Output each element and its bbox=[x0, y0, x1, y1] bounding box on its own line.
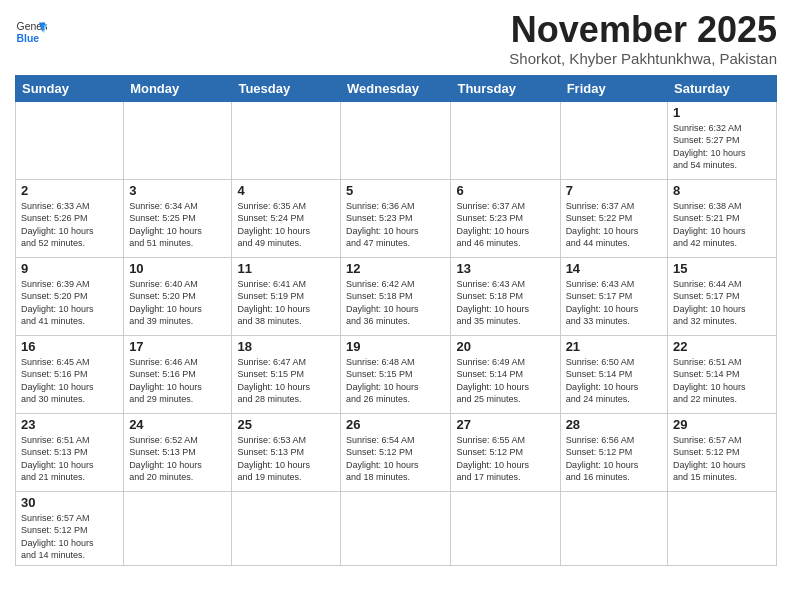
day-number: 27 bbox=[456, 417, 554, 432]
header: General Blue November 2025 Shorkot, Khyb… bbox=[15, 10, 777, 67]
day-info: Sunrise: 6:37 AM Sunset: 5:23 PM Dayligh… bbox=[456, 200, 554, 250]
day-info: Sunrise: 6:56 AM Sunset: 5:12 PM Dayligh… bbox=[566, 434, 662, 484]
day-number: 11 bbox=[237, 261, 335, 276]
calendar-week-row: 30Sunrise: 6:57 AM Sunset: 5:12 PM Dayli… bbox=[16, 491, 777, 565]
day-info: Sunrise: 6:54 AM Sunset: 5:12 PM Dayligh… bbox=[346, 434, 445, 484]
calendar-day-cell: 23Sunrise: 6:51 AM Sunset: 5:13 PM Dayli… bbox=[16, 413, 124, 491]
calendar-day-cell: 20Sunrise: 6:49 AM Sunset: 5:14 PM Dayli… bbox=[451, 335, 560, 413]
day-number: 13 bbox=[456, 261, 554, 276]
calendar-day-cell bbox=[341, 101, 451, 179]
day-number: 22 bbox=[673, 339, 771, 354]
calendar-week-row: 2Sunrise: 6:33 AM Sunset: 5:26 PM Daylig… bbox=[16, 179, 777, 257]
day-number: 14 bbox=[566, 261, 662, 276]
day-info: Sunrise: 6:51 AM Sunset: 5:13 PM Dayligh… bbox=[21, 434, 118, 484]
day-number: 20 bbox=[456, 339, 554, 354]
day-of-week-header: Friday bbox=[560, 75, 667, 101]
location-subtitle: Shorkot, Khyber Pakhtunkhwa, Pakistan bbox=[509, 50, 777, 67]
calendar-day-cell bbox=[560, 491, 667, 565]
day-of-week-header: Tuesday bbox=[232, 75, 341, 101]
calendar-day-cell bbox=[451, 101, 560, 179]
day-number: 25 bbox=[237, 417, 335, 432]
calendar-day-cell bbox=[341, 491, 451, 565]
day-of-week-header: Thursday bbox=[451, 75, 560, 101]
calendar-day-cell: 30Sunrise: 6:57 AM Sunset: 5:12 PM Dayli… bbox=[16, 491, 124, 565]
day-number: 8 bbox=[673, 183, 771, 198]
day-info: Sunrise: 6:36 AM Sunset: 5:23 PM Dayligh… bbox=[346, 200, 445, 250]
calendar-table: SundayMondayTuesdayWednesdayThursdayFrid… bbox=[15, 75, 777, 566]
calendar-day-cell: 28Sunrise: 6:56 AM Sunset: 5:12 PM Dayli… bbox=[560, 413, 667, 491]
calendar-day-cell: 6Sunrise: 6:37 AM Sunset: 5:23 PM Daylig… bbox=[451, 179, 560, 257]
day-number: 6 bbox=[456, 183, 554, 198]
calendar-day-cell: 8Sunrise: 6:38 AM Sunset: 5:21 PM Daylig… bbox=[668, 179, 777, 257]
calendar-day-cell bbox=[124, 491, 232, 565]
calendar-day-cell bbox=[232, 101, 341, 179]
calendar-day-cell bbox=[560, 101, 667, 179]
day-info: Sunrise: 6:34 AM Sunset: 5:25 PM Dayligh… bbox=[129, 200, 226, 250]
day-number: 12 bbox=[346, 261, 445, 276]
calendar-header-row: SundayMondayTuesdayWednesdayThursdayFrid… bbox=[16, 75, 777, 101]
day-info: Sunrise: 6:52 AM Sunset: 5:13 PM Dayligh… bbox=[129, 434, 226, 484]
day-info: Sunrise: 6:48 AM Sunset: 5:15 PM Dayligh… bbox=[346, 356, 445, 406]
calendar-day-cell: 4Sunrise: 6:35 AM Sunset: 5:24 PM Daylig… bbox=[232, 179, 341, 257]
day-info: Sunrise: 6:44 AM Sunset: 5:17 PM Dayligh… bbox=[673, 278, 771, 328]
calendar-day-cell: 15Sunrise: 6:44 AM Sunset: 5:17 PM Dayli… bbox=[668, 257, 777, 335]
calendar-day-cell: 14Sunrise: 6:43 AM Sunset: 5:17 PM Dayli… bbox=[560, 257, 667, 335]
day-info: Sunrise: 6:32 AM Sunset: 5:27 PM Dayligh… bbox=[673, 122, 771, 172]
calendar-day-cell bbox=[668, 491, 777, 565]
calendar-day-cell: 7Sunrise: 6:37 AM Sunset: 5:22 PM Daylig… bbox=[560, 179, 667, 257]
day-info: Sunrise: 6:49 AM Sunset: 5:14 PM Dayligh… bbox=[456, 356, 554, 406]
calendar-day-cell bbox=[232, 491, 341, 565]
day-number: 24 bbox=[129, 417, 226, 432]
day-info: Sunrise: 6:50 AM Sunset: 5:14 PM Dayligh… bbox=[566, 356, 662, 406]
day-info: Sunrise: 6:35 AM Sunset: 5:24 PM Dayligh… bbox=[237, 200, 335, 250]
day-info: Sunrise: 6:39 AM Sunset: 5:20 PM Dayligh… bbox=[21, 278, 118, 328]
title-area: November 2025 Shorkot, Khyber Pakhtunkhw… bbox=[509, 10, 777, 67]
calendar-week-row: 1Sunrise: 6:32 AM Sunset: 5:27 PM Daylig… bbox=[16, 101, 777, 179]
day-info: Sunrise: 6:41 AM Sunset: 5:19 PM Dayligh… bbox=[237, 278, 335, 328]
day-number: 18 bbox=[237, 339, 335, 354]
day-of-week-header: Monday bbox=[124, 75, 232, 101]
calendar-day-cell: 16Sunrise: 6:45 AM Sunset: 5:16 PM Dayli… bbox=[16, 335, 124, 413]
day-info: Sunrise: 6:37 AM Sunset: 5:22 PM Dayligh… bbox=[566, 200, 662, 250]
day-of-week-header: Sunday bbox=[16, 75, 124, 101]
svg-text:Blue: Blue bbox=[17, 33, 40, 44]
day-info: Sunrise: 6:43 AM Sunset: 5:18 PM Dayligh… bbox=[456, 278, 554, 328]
calendar-week-row: 23Sunrise: 6:51 AM Sunset: 5:13 PM Dayli… bbox=[16, 413, 777, 491]
calendar-day-cell: 17Sunrise: 6:46 AM Sunset: 5:16 PM Dayli… bbox=[124, 335, 232, 413]
day-info: Sunrise: 6:47 AM Sunset: 5:15 PM Dayligh… bbox=[237, 356, 335, 406]
day-info: Sunrise: 6:46 AM Sunset: 5:16 PM Dayligh… bbox=[129, 356, 226, 406]
calendar-day-cell: 1Sunrise: 6:32 AM Sunset: 5:27 PM Daylig… bbox=[668, 101, 777, 179]
day-of-week-header: Wednesday bbox=[341, 75, 451, 101]
day-info: Sunrise: 6:45 AM Sunset: 5:16 PM Dayligh… bbox=[21, 356, 118, 406]
day-info: Sunrise: 6:55 AM Sunset: 5:12 PM Dayligh… bbox=[456, 434, 554, 484]
day-number: 19 bbox=[346, 339, 445, 354]
day-number: 17 bbox=[129, 339, 226, 354]
calendar-week-row: 9Sunrise: 6:39 AM Sunset: 5:20 PM Daylig… bbox=[16, 257, 777, 335]
month-title: November 2025 bbox=[509, 10, 777, 50]
calendar-day-cell: 24Sunrise: 6:52 AM Sunset: 5:13 PM Dayli… bbox=[124, 413, 232, 491]
calendar-day-cell: 13Sunrise: 6:43 AM Sunset: 5:18 PM Dayli… bbox=[451, 257, 560, 335]
calendar-day-cell: 11Sunrise: 6:41 AM Sunset: 5:19 PM Dayli… bbox=[232, 257, 341, 335]
calendar-day-cell: 21Sunrise: 6:50 AM Sunset: 5:14 PM Dayli… bbox=[560, 335, 667, 413]
calendar-day-cell: 25Sunrise: 6:53 AM Sunset: 5:13 PM Dayli… bbox=[232, 413, 341, 491]
page: General Blue November 2025 Shorkot, Khyb… bbox=[0, 0, 792, 576]
day-number: 4 bbox=[237, 183, 335, 198]
calendar-day-cell: 2Sunrise: 6:33 AM Sunset: 5:26 PM Daylig… bbox=[16, 179, 124, 257]
calendar-day-cell: 10Sunrise: 6:40 AM Sunset: 5:20 PM Dayli… bbox=[124, 257, 232, 335]
day-number: 23 bbox=[21, 417, 118, 432]
day-number: 15 bbox=[673, 261, 771, 276]
logo-icon: General Blue bbox=[15, 16, 47, 48]
calendar-day-cell: 5Sunrise: 6:36 AM Sunset: 5:23 PM Daylig… bbox=[341, 179, 451, 257]
day-info: Sunrise: 6:53 AM Sunset: 5:13 PM Dayligh… bbox=[237, 434, 335, 484]
day-number: 26 bbox=[346, 417, 445, 432]
day-info: Sunrise: 6:57 AM Sunset: 5:12 PM Dayligh… bbox=[21, 512, 118, 562]
day-number: 21 bbox=[566, 339, 662, 354]
day-number: 29 bbox=[673, 417, 771, 432]
calendar-day-cell: 3Sunrise: 6:34 AM Sunset: 5:25 PM Daylig… bbox=[124, 179, 232, 257]
calendar-day-cell: 29Sunrise: 6:57 AM Sunset: 5:12 PM Dayli… bbox=[668, 413, 777, 491]
day-number: 9 bbox=[21, 261, 118, 276]
day-number: 16 bbox=[21, 339, 118, 354]
day-number: 10 bbox=[129, 261, 226, 276]
day-info: Sunrise: 6:43 AM Sunset: 5:17 PM Dayligh… bbox=[566, 278, 662, 328]
calendar-day-cell: 22Sunrise: 6:51 AM Sunset: 5:14 PM Dayli… bbox=[668, 335, 777, 413]
